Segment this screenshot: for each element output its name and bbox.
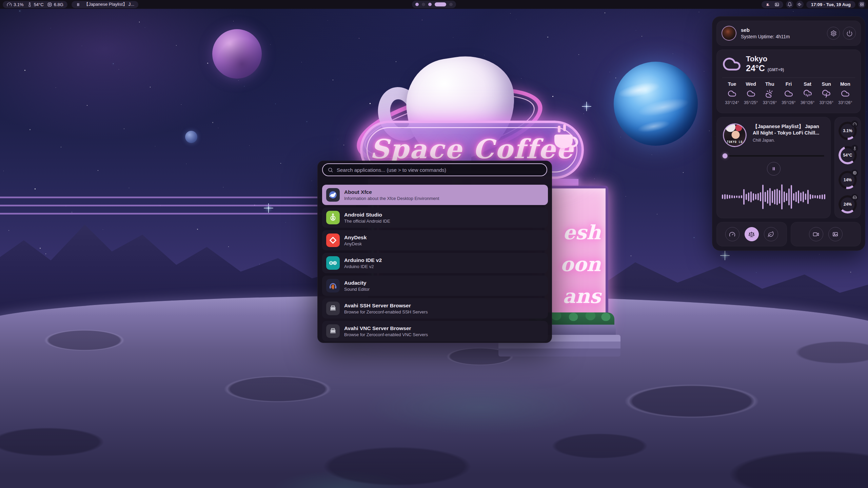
gauge-icon	[853, 171, 857, 175]
forecast-day: Tue 33°/24°	[723, 81, 741, 105]
stat-item: 54°C	[27, 2, 44, 7]
forecast-temps: 33°/24°	[725, 100, 739, 105]
gauge-icon	[853, 195, 857, 199]
progress-knob[interactable]	[723, 154, 728, 159]
weather-forecast: Tue 33°/24° Wed 35°/25° Thu 33°/26° Fri	[722, 81, 855, 105]
wallpaper-icon[interactable]	[774, 2, 780, 7]
stat-icon	[47, 2, 52, 7]
system-stats-pill[interactable]: 3.1% 54°C 6.8G	[3, 1, 67, 8]
neon-rails	[0, 197, 356, 220]
album-caption: TOKYO LO	[724, 141, 746, 144]
app-list-item[interactable]: AnyDesk AnyDesk	[322, 230, 548, 250]
tool-button[interactable]	[828, 227, 843, 241]
workspace-dot[interactable]	[449, 3, 453, 6]
power-button[interactable]	[843, 27, 856, 40]
app-description: The official Android IDE	[344, 219, 390, 224]
window-neon-word: ans	[563, 285, 601, 308]
system-gauges: 3.1% 54°C 14%	[834, 117, 861, 218]
track-progress-bar[interactable]	[723, 155, 824, 157]
system-gauge: 3.1%	[839, 122, 857, 140]
app-list-item[interactable]: Avahi SSH Server Browser Browse for Zero…	[322, 298, 548, 319]
forecast-temps: 35°/25°	[744, 100, 758, 105]
gear-icon	[830, 30, 837, 37]
workspace-switcher[interactable]	[412, 1, 456, 8]
forecast-temps: 35°/26°	[782, 100, 795, 105]
system-gauge: 14%	[839, 171, 857, 189]
cat-icon[interactable]	[765, 2, 770, 7]
stat-item: 3.1%	[7, 2, 24, 7]
app-description: Arduino IDE v2	[344, 264, 382, 269]
workspace-dot[interactable]	[435, 2, 446, 6]
forecast-temps: 33°/26°	[838, 100, 852, 105]
app-icon	[326, 188, 340, 202]
media-player-widget: TOKYO LO 【Japanese Playlist】 Japan All N…	[716, 117, 831, 218]
app-name: Avahi SSH Server Browser	[344, 303, 428, 309]
bell-icon	[787, 2, 792, 7]
stat-value: 54°C	[34, 2, 44, 7]
stat-icon	[7, 2, 12, 7]
power-mode-button[interactable]	[725, 227, 739, 241]
tool-button[interactable]	[809, 227, 823, 241]
forecast-weather-icon	[747, 89, 755, 98]
forecast-day-name: Sun	[822, 81, 831, 87]
power-icon	[846, 30, 853, 37]
workspace-dot[interactable]	[428, 3, 432, 6]
notifications-button[interactable]	[786, 1, 793, 8]
workspace-dot[interactable]	[422, 3, 425, 6]
forecast-day: Mon 33°/26°	[836, 81, 854, 105]
search-input[interactable]	[337, 167, 542, 173]
gauge-badge	[851, 194, 858, 201]
app-description: Information about the Xfce Desktop Envir…	[344, 196, 439, 201]
tray-pill[interactable]	[762, 1, 783, 8]
tool-icon	[832, 231, 839, 238]
pause-icon	[76, 2, 81, 7]
search-icon	[328, 167, 333, 173]
stat-value: 6.8G	[54, 2, 63, 7]
power-mode-button[interactable]	[764, 227, 778, 241]
track-title: 【Japanese Playlist】 Japan All Night - To…	[753, 123, 824, 136]
now-playing-label: 【Japanese Playlist】 J...	[84, 1, 134, 7]
app-icon	[326, 233, 340, 247]
gauge-icon	[853, 122, 857, 126]
app-list-item[interactable]: Avahi VNC Server Browser Browse for Zero…	[322, 321, 548, 341]
forecast-weather-icon	[784, 89, 793, 98]
app-name: Avahi VNC Server Browser	[344, 325, 428, 331]
audio-visualizer	[722, 180, 826, 213]
now-playing-pill[interactable]: 【Japanese Playlist】 J...	[72, 1, 138, 8]
forecast-day: Thu 33°/26°	[761, 81, 779, 105]
overview-button[interactable]	[858, 1, 866, 8]
tools-card	[791, 222, 861, 246]
star-sparkle	[724, 255, 726, 256]
forecast-day-name: Thu	[765, 81, 774, 87]
settings-button[interactable]	[827, 27, 840, 40]
volume-button[interactable]	[796, 1, 804, 8]
forecast-weather-icon	[803, 89, 812, 98]
user-name: seb	[741, 27, 790, 33]
app-name: Audacity	[344, 280, 370, 286]
avatar[interactable]	[722, 26, 736, 41]
forecast-day: Sat 36°/26°	[798, 81, 817, 105]
gauge-icon	[853, 146, 857, 150]
stat-value: 3.1%	[14, 2, 24, 7]
desktop: esh oon ans Space Coffee 3.1%	[0, 0, 868, 488]
system-uptime: System Uptime: 4h11m	[741, 34, 790, 39]
forecast-weather-icon	[841, 89, 850, 98]
forecast-temps: 36°/26°	[801, 100, 814, 105]
weather-widget: Tokyo 24°C (GMT+9) Tue 33°/24° Wed	[716, 49, 861, 113]
launcher-search[interactable]	[322, 163, 547, 176]
clock[interactable]: 17:09 - Tue, 19 Aug	[806, 1, 855, 8]
forecast-day-name: Wed	[746, 81, 756, 87]
power-mode-button[interactable]	[745, 227, 759, 241]
gauge-badge	[851, 169, 858, 177]
forecast-weather-icon	[765, 89, 774, 98]
power-mode-icon	[729, 231, 735, 238]
app-list-item[interactable]: Android Studio The official Android IDE	[322, 207, 548, 228]
pause-button[interactable]	[767, 162, 781, 176]
album-art[interactable]: TOKYO LO	[723, 123, 747, 147]
app-launcher: About Xfce Information about the Xfce De…	[317, 161, 552, 343]
app-list-item[interactable]: Audacity Sound Editor	[322, 276, 548, 296]
app-list-item[interactable]: About Xfce Information about the Xfce De…	[322, 185, 548, 205]
app-list-item[interactable]: Arduino IDE v2 Arduino IDE v2	[322, 253, 548, 273]
app-description: Browse for Zeroconf-enabled VNC Servers	[344, 332, 428, 337]
workspace-dot[interactable]	[415, 3, 419, 6]
